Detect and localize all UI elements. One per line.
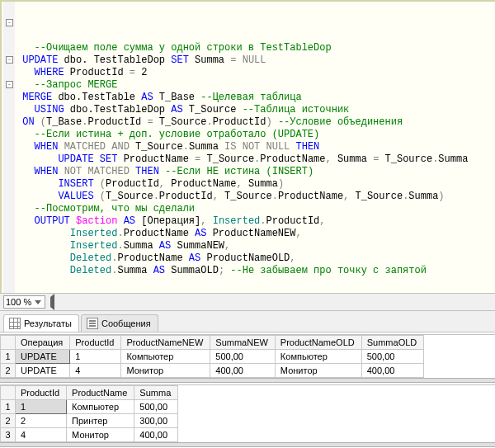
cell[interactable]: 400,00 [210,364,276,378]
outline-collapse-icon[interactable]: - [6,56,13,64]
cell[interactable]: Компьютер [67,400,134,414]
code-line[interactable]: WHERE ProductId = 2 [16,67,492,79]
code-line[interactable]: Deleted.ProductName AS ProductNameOLD, [16,252,492,265]
nav-left-icon[interactable] [50,297,54,307]
code-line[interactable]: INSERT (ProductId, ProductName, Summa) [16,178,492,191]
code-line[interactable]: --Посмотрим, что мы сделали [16,203,492,215]
cell[interactable]: 500,00 [134,400,178,414]
code-line[interactable]: VALUES (T_Source.ProductId, T_Source.Pro… [16,191,492,203]
code-line[interactable]: Inserted.ProductName AS ProductNameNEW, [16,228,492,240]
code-line[interactable]: Inserted.Summa AS SummaNEW, [16,240,492,252]
cell[interactable]: 500,00 [210,350,276,364]
outline-collapse-icon[interactable]: - [6,19,13,26]
cell[interactable]: Компьютер [121,350,210,364]
cell[interactable]: 4 [16,428,67,442]
messages-icon [87,318,98,329]
column-header[interactable]: Операция [16,336,70,350]
column-header[interactable]: ProductName [67,386,134,400]
chevron-down-icon [33,297,43,307]
sql-editor[interactable]: --- --Очищаем поле сумма у одной строки … [0,0,495,293]
code-line[interactable]: Deleted.Summa AS SummaOLD; --Не забываем… [16,265,492,277]
row-number[interactable]: 2 [1,414,16,428]
cell[interactable]: 400,00 [134,428,178,442]
tab-messages-label: Сообщения [101,318,151,328]
cell[interactable]: 2 [16,414,67,428]
svg-marker-0 [35,300,41,304]
cell[interactable]: Монитор [121,364,210,378]
code-line[interactable]: WHEN MATCHED AND T_Source.Summa IS NOT N… [16,141,492,153]
column-header[interactable]: Summa [134,386,178,400]
column-header[interactable]: SummaOLD [361,336,424,350]
cell[interactable]: 400,00 [361,364,424,378]
cell[interactable]: Компьютер [275,350,361,364]
code-line[interactable]: --Если истина + доп. условие отработало … [16,129,492,141]
row-number[interactable]: 1 [1,400,16,414]
outline-gutter: --- [3,2,15,293]
tab-results[interactable]: Результаты [3,314,79,332]
tab-results-label: Результаты [24,318,72,328]
table-row[interactable]: 22Принтер300,00 [1,414,178,428]
cell[interactable]: 1 [70,350,121,364]
grid-icon [9,318,21,329]
code-line[interactable]: --Очищаем поле сумма у одной строки в Te… [16,42,492,54]
code-line[interactable]: WHEN NOT MATCHED THEN --Если НЕ истина (… [16,166,492,178]
cell[interactable]: UPDATE [16,364,70,378]
row-number[interactable]: 2 [1,364,16,378]
cell[interactable]: 300,00 [134,414,178,428]
cell[interactable]: Принтер [67,414,134,428]
row-number[interactable]: 3 [1,428,16,442]
code-line[interactable]: UPDATE dbo. TestTableDop SET Summa = NUL… [16,54,492,67]
code-line[interactable]: MERGE dbo.TestTable AS T_Base --Целевая … [16,92,492,104]
column-header[interactable]: ProductId [16,386,67,400]
cell[interactable]: UPDATE [16,350,70,364]
table-row[interactable]: 34Монитор400,00 [1,428,178,442]
row-header-corner[interactable] [1,386,16,400]
grid-splitter[interactable] [0,378,495,383]
code-line[interactable]: USING dbo.TestTableDop AS T_Source --Таб… [16,104,492,116]
code-line[interactable]: ON (T_Base.ProductId = T_Source.ProductI… [16,116,492,129]
grid-splitter[interactable] [0,442,495,447]
zoom-combo[interactable]: 100 % [3,295,45,309]
column-header[interactable]: SummaNEW [210,336,276,350]
cell[interactable]: 500,00 [361,350,424,364]
cell[interactable]: 1 [16,400,67,414]
table-row[interactable]: 11Компьютер500,00 [1,400,178,414]
row-header-corner[interactable] [1,336,16,350]
zoom-bar: 100 % [0,293,495,311]
column-header[interactable]: ProductNameOLD [275,336,361,350]
zoom-value: 100 % [6,297,31,307]
table-row[interactable]: 2UPDATE4Монитор400,00Монитор400,00 [1,364,424,378]
row-number[interactable]: 1 [1,350,16,364]
outline-collapse-icon[interactable]: - [6,81,13,88]
results-tabstrip: Результаты Сообщения [0,311,495,332]
cell[interactable]: Монитор [275,364,361,378]
code-line[interactable]: OUTPUT $action AS [Операция], Inserted.P… [16,215,492,228]
results-grid-2[interactable]: ProductIdProductNameSumma11Компьютер500,… [0,384,495,442]
column-header[interactable]: ProductId [70,336,121,350]
column-header[interactable]: ProductNameNEW [121,336,210,350]
tab-messages[interactable]: Сообщения [81,314,158,332]
table-row[interactable]: 1UPDATE1Компьютер500,00Компьютер500,00 [1,350,424,364]
cell[interactable]: Монитор [67,428,134,442]
code-line[interactable]: --Запрос MERGE [16,79,492,92]
cell[interactable]: 4 [70,364,121,378]
code-line[interactable]: UPDATE SET ProductName = T_Source.Produc… [16,153,492,166]
results-grid-1[interactable]: ОперацияProductIdProductNameNEWSummaNEWP… [0,334,495,378]
